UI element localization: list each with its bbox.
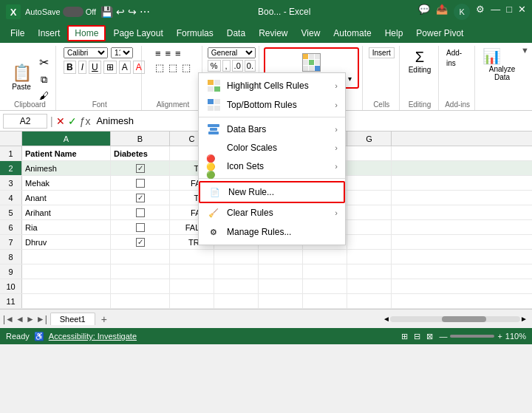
cell-b8[interactable] xyxy=(111,250,170,264)
sheet-tab-sheet1[interactable]: Sheet1 xyxy=(50,313,95,325)
icon-sets-item[interactable]: 🔴🟡🟢 Icon Sets › xyxy=(199,157,345,176)
cell-c8[interactable] xyxy=(170,250,214,264)
cell-g5[interactable] xyxy=(347,205,392,219)
cell-a9[interactable] xyxy=(22,264,111,279)
cell-e11[interactable] xyxy=(259,294,303,308)
menu-formulas[interactable]: Formulas xyxy=(171,27,219,40)
menu-page-layout[interactable]: Page Layout xyxy=(107,27,168,40)
col-header-g[interactable]: G xyxy=(347,132,392,146)
cell-f8[interactable] xyxy=(303,250,347,264)
menu-insert[interactable]: Insert xyxy=(32,27,66,40)
cell-a1[interactable]: Patient Name xyxy=(22,146,111,160)
cell-a8[interactable] xyxy=(22,250,111,264)
editing-icon-button[interactable]: Σ Editing xyxy=(406,47,434,75)
cell-b10[interactable] xyxy=(111,279,170,293)
menu-automate[interactable]: Automate xyxy=(327,27,377,40)
cell-d11[interactable] xyxy=(214,294,259,308)
save-icon[interactable]: 💾 xyxy=(100,6,113,18)
cell-g11[interactable] xyxy=(347,294,392,308)
checkbox-b2[interactable] xyxy=(136,164,145,173)
prev-sheet-icon[interactable]: ◄ xyxy=(16,314,24,324)
zoom-out-button[interactable]: — xyxy=(439,332,447,341)
cell-c9[interactable] xyxy=(170,264,214,279)
cell-reference-box[interactable]: A2 xyxy=(3,114,47,129)
ribbon-scroll[interactable]: ▼ xyxy=(521,46,529,55)
col-header-a[interactable]: A xyxy=(22,132,111,146)
add-sheet-button[interactable]: + xyxy=(98,313,110,325)
zoom-in-button[interactable]: + xyxy=(497,332,502,341)
cell-a6[interactable]: Ria xyxy=(22,220,111,234)
cell-c10[interactable] xyxy=(170,279,214,293)
new-rule-item[interactable]: 📄 New Rule... xyxy=(199,181,345,203)
more-qat-icon[interactable]: ⋯ xyxy=(140,6,150,18)
top-bottom-rules-item[interactable]: Top/Bottom Rules › xyxy=(199,95,345,115)
cell-b9[interactable] xyxy=(111,264,170,279)
cell-f9[interactable] xyxy=(303,264,347,279)
cell-f10[interactable] xyxy=(303,279,347,293)
col-header-b[interactable]: B xyxy=(111,132,170,146)
autosave-toggle[interactable]: AutoSave Off xyxy=(25,7,96,17)
highlight-cells-rules-item[interactable]: Highlight Cells Rules › xyxy=(199,76,345,95)
align-left[interactable]: ⬚ xyxy=(154,61,166,74)
cell-e10[interactable] xyxy=(259,279,303,293)
maximize-button[interactable]: □ xyxy=(506,4,512,20)
cell-b1[interactable]: Diabetes xyxy=(111,146,170,160)
comment-icon[interactable]: 💬 xyxy=(418,4,430,20)
zoom-slider[interactable] xyxy=(450,335,494,338)
close-button[interactable]: ✕ xyxy=(518,4,526,20)
cell-a2[interactable]: Animesh xyxy=(22,161,111,175)
cell-d9[interactable] xyxy=(214,264,259,279)
cell-g1[interactable] xyxy=(347,146,392,160)
horizontal-scrollbar[interactable]: ◄ ► xyxy=(381,315,529,324)
cell-a5[interactable]: Arihant xyxy=(22,205,111,219)
cell-b6[interactable] xyxy=(111,220,170,234)
insert-cells-button[interactable]: Insert xyxy=(369,47,395,58)
number-format-select[interactable]: General xyxy=(208,47,256,58)
redo-icon[interactable]: ↪ xyxy=(128,6,137,18)
checkbox-b4[interactable] xyxy=(136,194,145,202)
underline-button[interactable]: U xyxy=(89,61,101,74)
font-size-select[interactable]: 11 xyxy=(111,47,133,58)
sheet-nav-arrows[interactable]: |◄ ◄ ► ►| xyxy=(3,314,47,324)
italic-button[interactable]: I xyxy=(78,61,86,74)
scroll-left-icon[interactable]: ◄ xyxy=(383,315,390,323)
page-layout-view-icon[interactable]: ⊟ xyxy=(414,332,420,341)
cell-d8[interactable] xyxy=(214,250,259,264)
align-center[interactable]: ⬚ xyxy=(167,61,179,74)
cell-e8[interactable] xyxy=(259,250,303,264)
normal-view-icon[interactable]: ⊞ xyxy=(401,332,408,341)
cell-g2[interactable] xyxy=(347,161,392,175)
cell-a4[interactable]: Anant xyxy=(22,191,111,205)
menu-file[interactable]: File xyxy=(4,27,30,40)
menu-data[interactable]: Data xyxy=(221,27,251,40)
page-break-view-icon[interactable]: ⊠ xyxy=(426,332,433,341)
cell-a7[interactable]: Dhruv xyxy=(22,235,111,249)
cell-c11[interactable] xyxy=(170,294,214,308)
font-family-select[interactable]: Calibri xyxy=(64,47,108,58)
last-sheet-icon[interactable]: ►| xyxy=(36,314,47,324)
bold-button[interactable]: B xyxy=(64,61,76,74)
menu-power-pivot[interactable]: Power Pivot xyxy=(410,27,469,40)
cell-b3[interactable] xyxy=(111,176,170,190)
scrollbar-thumb[interactable] xyxy=(442,316,486,322)
autosave-pill[interactable] xyxy=(63,7,83,17)
cell-b4[interactable] xyxy=(111,191,170,205)
menu-review[interactable]: Review xyxy=(253,27,293,40)
align-top-center[interactable]: ≡ xyxy=(164,47,173,60)
cell-f11[interactable] xyxy=(303,294,347,308)
menu-help[interactable]: Help xyxy=(379,27,409,40)
cell-g4[interactable] xyxy=(347,191,392,205)
formula-cancel-icon[interactable]: ✕ xyxy=(56,115,65,127)
cell-b11[interactable] xyxy=(111,294,170,308)
cell-a3[interactable]: Mehak xyxy=(22,176,111,190)
align-right[interactable]: ⬚ xyxy=(180,61,192,74)
cell-g3[interactable] xyxy=(347,176,392,190)
cell-a11[interactable] xyxy=(22,294,111,308)
cell-d10[interactable] xyxy=(214,279,259,293)
formula-confirm-icon[interactable]: ✓ xyxy=(68,115,77,127)
cut-button[interactable]: ✂ xyxy=(36,54,52,71)
cell-g9[interactable] xyxy=(347,264,392,279)
clear-rules-item[interactable]: 🧹 Clear Rules › xyxy=(199,203,345,222)
cell-b7[interactable] xyxy=(111,235,170,249)
scroll-right-icon[interactable]: ► xyxy=(520,315,528,323)
